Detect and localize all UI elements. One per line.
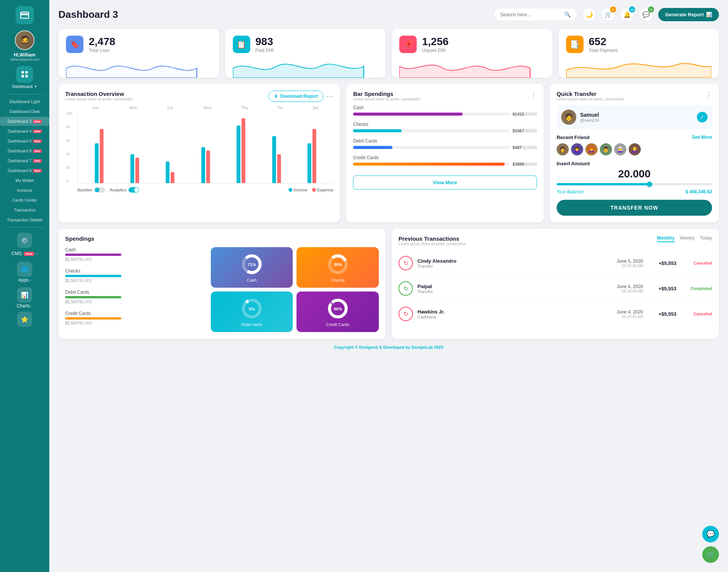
transaction-overview-menu-button[interactable]: ⋯ [326, 92, 333, 100]
sidebar-item-my-wallet[interactable]: My Wallet [0, 176, 49, 185]
badge-new: New [33, 139, 41, 143]
spendings-row-debit-cards: Debit Cards $1,567/$5,000 [65, 290, 206, 304]
notifications-button[interactable]: 🔔 12 [620, 8, 634, 21]
spendings-value-credit-cards: $1,567/$5,000 [65, 321, 206, 325]
donut-card-debit: 5% Debit cards [211, 291, 293, 332]
sidebar-item-dashboard-light[interactable]: Dashboard Light [0, 97, 49, 106]
avatar-2[interactable]: 👩‍🦱 [571, 143, 583, 155]
bar-expense-fri [277, 154, 281, 183]
cms-icon[interactable]: ⚙️ [17, 233, 32, 248]
avatar-6[interactable]: 👩‍🦲 [629, 143, 641, 155]
stat-wave-unpaid-emi [399, 57, 545, 78]
bar-income-wed [201, 147, 205, 183]
bar-income-fri [272, 136, 276, 183]
avatar-5[interactable]: 👩‍🦳 [614, 143, 626, 155]
sidebar-item-invoices[interactable]: Invoices [0, 186, 49, 195]
bar-group-sun [95, 129, 104, 183]
bar-spendings-title: Bar Spendings [353, 91, 420, 97]
transaction-row-2: ↻ Paipal Transfer June 4, 2020 05:34:45 … [399, 276, 712, 301]
balance-label: Your Balance [557, 189, 584, 194]
search-input[interactable] [500, 12, 561, 17]
cms-label: CMS [12, 251, 22, 256]
sidebar-item-dashboard-6[interactable]: Dashboard 6New [0, 146, 49, 155]
badge-new: New [33, 169, 41, 172]
messages-button[interactable]: 💬 5 [639, 8, 653, 21]
cms-section[interactable]: CMS New › [0, 249, 49, 259]
cart-badge: 2 [610, 6, 616, 13]
number-toggle[interactable]: Number [77, 187, 105, 193]
avatar-1[interactable]: 👩 [557, 143, 569, 155]
generate-report-button[interactable]: Generate Report 📊 [658, 8, 719, 21]
sidebar-logo[interactable] [16, 6, 34, 24]
header-right: 🔍 🌙 🛒 2 🔔 12 💬 5 Generate Report 📊 [494, 8, 719, 21]
stat-card-paid-emi: 📋 983 Paid EMI [225, 29, 386, 78]
bar-spendings-menu-button[interactable]: ⋮ [530, 91, 537, 99]
avatar-4[interactable]: 👨 [600, 143, 612, 155]
tx-time-3: 05:34:45 AM [617, 315, 643, 319]
svg-text:96%: 96% [334, 307, 342, 311]
tab-weekly[interactable]: Weekly [680, 235, 695, 242]
spendings-list: Cash $1,567/$5,000 Checks $1,567/$5,000 [65, 247, 206, 332]
search-bar[interactable]: 🔍 [494, 8, 577, 21]
stat-wave-total-payment [566, 57, 712, 78]
sidebar-item-cards-center[interactable]: Cards Center [0, 196, 49, 205]
spending-amount-debit-cards: $487/$10000 [513, 145, 537, 150]
amount-slider[interactable] [557, 183, 712, 185]
donut-card-cash: 71% Cash [211, 247, 293, 288]
fab-support-button[interactable]: 💬 [702, 526, 719, 542]
dashboard-icon[interactable] [16, 66, 33, 83]
tab-today[interactable]: Today [700, 235, 712, 242]
apps-label[interactable]: Apps › [18, 277, 31, 283]
spending-bar-fill-checks [353, 129, 402, 132]
sidebar-dashboard-label[interactable]: Dashboard ▼ [12, 84, 37, 89]
tx-date-col-3: June 4, 2020 05:34:45 AM [617, 309, 643, 319]
avatar-3[interactable]: 👩‍🦰 [585, 143, 598, 155]
bar-expense-mon [135, 158, 139, 183]
cart-button[interactable]: 🛒 2 [601, 8, 615, 21]
see-more-button[interactable]: See More [692, 135, 712, 140]
expense-legend-dot [312, 188, 316, 192]
sidebar-item-dashboard-dark[interactable]: Dashboard Dark [0, 107, 49, 116]
bar-income-sun [95, 143, 99, 183]
sidebar-item-transaction-details[interactable]: Transaction Details [0, 215, 49, 224]
transfer-now-button[interactable]: TRANSFER NOW [557, 200, 712, 216]
svg-text:71%: 71% [248, 262, 256, 267]
spending-item-checks: Checks $1567/$5000 [353, 122, 537, 133]
apps-icon[interactable]: 🌐 [17, 262, 32, 277]
download-icon: ⬇ [274, 94, 278, 99]
tx-type-2: Transfer [417, 289, 433, 294]
badge-new: New [33, 149, 41, 153]
sidebar-item-dashboard-7[interactable]: Dashboard 7New [0, 156, 49, 165]
donut-label-debit: Debit cards [241, 322, 262, 327]
transaction-overview-subtitle: Lorem ipsum dolor sit amet, consectetur [65, 97, 133, 101]
spendings-item-label-checks: Checks [65, 268, 206, 274]
download-report-button[interactable]: ⬇ Download Report [268, 91, 323, 102]
dark-mode-button[interactable]: 🌙 [582, 8, 596, 21]
tab-monthly[interactable]: Monthly [657, 235, 675, 242]
sidebar-item-dashboard-8[interactable]: Dashboard 8New [0, 166, 49, 175]
quick-transfer-menu-button[interactable]: ⋮ [705, 91, 712, 99]
bar-group-wed [201, 147, 210, 183]
charts-icon[interactable]: 📊 [17, 287, 32, 302]
bar-income-mon [130, 154, 134, 183]
sidebar-item-dashboard-3[interactable]: Dashboard 3New [0, 117, 49, 126]
analytics-toggle[interactable]: Analytics [110, 187, 139, 193]
friend-check-icon[interactable]: ✓ [697, 112, 708, 122]
fab-container: 💬 🛒 [702, 526, 719, 563]
middle-row: Transaction Overview Lorem ipsum dolor s… [58, 84, 719, 223]
svg-rect-1 [25, 71, 28, 74]
spendings-bar-credit-cards [65, 317, 121, 320]
tx-amount-2: +$5,553 [654, 286, 676, 291]
view-more-button[interactable]: View More [353, 176, 537, 190]
bar-income-tue [166, 161, 169, 183]
charts-label[interactable]: Charts › [17, 303, 33, 309]
sidebar-item-dashboard-4[interactable]: Dashboard 4New [0, 127, 49, 136]
sidebar-item-dashboard-5[interactable]: Dashboard 5New [0, 136, 49, 146]
spendings-bar-debit-cards [65, 296, 121, 298]
sidebar-item-transaction[interactable]: Transaction [0, 205, 49, 215]
quick-transfer-subtitle: Lorem ipsum dolor sit amet, consectetur [557, 97, 624, 101]
fab-cart-button[interactable]: 🛒 [702, 546, 719, 563]
star-icon[interactable]: ⭐ [17, 312, 32, 327]
tx-status-2: Completed [686, 286, 712, 291]
recent-friend-label: Recent Friend See More [557, 135, 712, 140]
